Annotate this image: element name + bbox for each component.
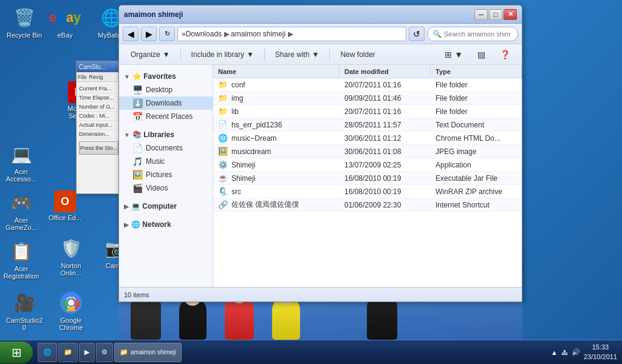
camstudio-row-5: Dimension... <box>79 130 118 139</box>
tray-show-hidden-icon[interactable]: ▲ <box>551 349 558 356</box>
table-row[interactable]: 🖼️ musicdream 30/06/2011 01:08 JPEG imag… <box>213 145 522 158</box>
path-sep-1: ▶ <box>224 30 230 38</box>
sidebar-videos-label: Videos <box>146 184 168 192</box>
desktop-icon-norton[interactable]: 🛡️ Norton Onlin... <box>50 234 92 279</box>
camstudio-window: CamStu... File Recig Current Fra... Time… <box>76 61 121 194</box>
taskbar-tray: ▲ 🖧 🔊 15:33 23/10/2011 <box>546 343 622 362</box>
refresh-button2[interactable]: ↺ <box>409 27 425 41</box>
table-row[interactable]: 🗜️ src 16/08/2010 00:19 WinRAR ZIP archi… <box>213 185 522 198</box>
sidebar-item-desktop[interactable]: 🖥️ Desktop <box>119 83 213 96</box>
new-folder-button[interactable]: New folder <box>333 47 381 62</box>
camstudio-body: Current Fra... Time Elapse... Number of … <box>77 82 121 157</box>
organize-button[interactable]: Organize ▼ <box>124 47 177 62</box>
taskbar-folder[interactable]: 📁 <box>58 343 78 362</box>
taskbar-explorer-active[interactable]: 📁 amaimon shimeji <box>114 343 182 362</box>
sidebar-item-downloads[interactable]: ⬇️ Downloads <box>119 96 213 110</box>
sidebar-libraries-header[interactable]: ▼ 📚 Libraries <box>119 128 213 141</box>
file-cell-name: ☕ Shimeji <box>213 172 340 184</box>
taskbar: ⊞ 🌐 📁 ▶ ⚙ 📁 amaimon shimeji <box>0 340 622 364</box>
desktop-icon-acer-accessories[interactable]: 💻 Acer Accesso... <box>0 140 43 185</box>
table-row[interactable]: ☕ Shimeji 16/08/2010 00:19 Executable Ja… <box>213 172 522 185</box>
taskbar-media[interactable]: ▶ <box>79 343 95 362</box>
desktop: 🗑️ Recycle Bin eBay eBay 🌐 MyBab... 💻 Ac… <box>0 0 622 364</box>
norton-icon: 🛡️ <box>59 236 83 260</box>
camstudio-stop-button[interactable]: Press the Sto... <box>79 141 118 155</box>
file-cell-name: 🖼️ musicdream <box>213 145 340 158</box>
sidebar-libraries-section: ▼ 📚 Libraries 📄 Documents 🎵 Music 🖼️ <box>119 128 213 195</box>
sidebar: ▼ ⭐ Favorites 🖥️ Desktop ⬇️ Downloads 📅 <box>119 65 213 287</box>
explorer-window: amaimon shimeji ─ □ ✕ ◀ ▶ ↻ » Downloads … <box>118 5 522 302</box>
col-type-header[interactable]: Type <box>431 65 522 78</box>
col-name-header[interactable]: Name <box>213 65 340 78</box>
file-cell-name: 🗜️ src <box>213 185 340 198</box>
taskbar-settings[interactable]: ⚙ <box>96 343 113 362</box>
col-date-header[interactable]: Date modified <box>340 65 431 78</box>
ebay-icon: eBay <box>53 5 77 30</box>
sidebar-computer-header[interactable]: ▶ 💻 Computer <box>119 200 213 213</box>
desktop-icon-chrome[interactable]: Google Chrome <box>50 288 92 334</box>
sidebar-item-pictures[interactable]: 🖼️ Pictures <box>119 168 213 181</box>
start-button[interactable]: ⊞ <box>0 342 33 363</box>
sidebar-item-music[interactable]: 🎵 Music <box>119 155 213 168</box>
camstudio-menu-file[interactable]: File <box>78 74 87 80</box>
file-type-icon: 🗜️ <box>218 187 228 197</box>
acer-registration-label: Acer Registration <box>2 265 40 280</box>
toolbar-sep-3 <box>329 49 330 61</box>
preview-pane-button[interactable]: ▤ <box>471 47 492 62</box>
taskbar-ie[interactable]: 🌐 <box>38 343 57 362</box>
taskbar-explorer-icon: 📁 <box>120 348 128 356</box>
file-name-text: Shimeji <box>231 161 255 169</box>
taskbar-folder-icon: 📁 <box>64 348 72 356</box>
sidebar-item-videos[interactable]: 🎬 Videos <box>119 181 213 195</box>
maximize-button[interactable]: □ <box>489 9 502 20</box>
taskbar-clock[interactable]: 15:33 23/10/2011 <box>584 343 617 362</box>
sidebar-network-header[interactable]: ▶ 🌐 Network <box>119 218 213 231</box>
search-input[interactable] <box>444 30 511 38</box>
desktop-icon-ebay[interactable]: eBay eBay <box>44 3 86 41</box>
desktop-icon-recycle-bin[interactable]: 🗑️ Recycle Bin <box>3 3 46 41</box>
music-nav-icon: 🎵 <box>132 157 142 166</box>
file-type-icon: 🔗 <box>218 200 228 210</box>
help-button[interactable]: ❓ <box>493 47 517 62</box>
minimize-button[interactable]: ─ <box>474 9 488 20</box>
forward-button[interactable]: ▶ <box>141 27 157 41</box>
refresh-button[interactable]: ↻ <box>159 27 175 41</box>
path-sep-2: ▶ <box>288 30 293 38</box>
sidebar-item-recent[interactable]: 📅 Recent Places <box>119 110 213 123</box>
close-button[interactable]: ✕ <box>504 9 517 20</box>
share-with-arrow: ▼ <box>312 50 320 59</box>
downloads-nav-icon: ⬇️ <box>132 98 142 108</box>
nav-bar: ◀ ▶ ↻ » Downloads ▶ amaimon shimeji ▶ ↺ … <box>119 24 522 44</box>
desktop-icon-acer-registration[interactable]: 📋 Acer Registration <box>0 237 43 282</box>
videos-nav-icon: 🎬 <box>132 183 142 193</box>
address-bar[interactable]: » Downloads ▶ amaimon shimeji ▶ <box>177 27 406 41</box>
table-row[interactable]: ⚙️ Shimeji 13/07/2009 02:25 Application <box>213 158 522 172</box>
sidebar-recent-label: Recent Places <box>146 112 193 121</box>
table-row[interactable]: 🔗 佐佐俟 億焉億佐億僕 01/06/2009 22:30 Internet S… <box>213 198 522 212</box>
anime-char-2 <box>179 297 207 340</box>
computer-nav-icon: 💻 <box>131 202 140 211</box>
chrome-label: Google Chrome <box>52 317 90 331</box>
sidebar-desktop-label: Desktop <box>146 86 173 94</box>
main-area: ▼ ⭐ Favorites 🖥️ Desktop ⬇️ Downloads 📅 <box>119 65 522 287</box>
sidebar-item-documents[interactable]: 📄 Documents <box>119 141 213 155</box>
table-row[interactable]: 📁 img 09/09/2011 01:46 File folder <box>213 92 522 105</box>
file-name-text: 佐佐俟 億焉億佐億僕 <box>231 200 299 210</box>
file-cell-date: 16/08/2010 00:19 <box>340 185 431 198</box>
organize-arrow: ▼ <box>163 50 170 59</box>
camstudio-menu-recig[interactable]: Recig <box>89 74 103 80</box>
table-row[interactable]: 📄 hs_err_pid1236 28/05/2011 11:57 Text D… <box>213 118 522 132</box>
back-button[interactable]: ◀ <box>123 27 138 41</box>
table-row[interactable]: 📁 lib 20/07/2011 01:16 File folder <box>213 105 522 118</box>
desktop-icon-acer-gamezone[interactable]: 🎮 Acer GameZo... <box>0 188 43 234</box>
sidebar-favorites-header[interactable]: ▼ ⭐ Favorites <box>119 70 213 83</box>
file-cell-type: Internet Shortcut <box>431 198 522 211</box>
file-cell-date: 09/09/2011 01:46 <box>340 92 431 104</box>
camstudio-row-4: Actual Input... <box>79 121 118 130</box>
table-row[interactable]: 🌐 music~Dream 30/06/2011 01:12 Chrome HT… <box>213 132 522 145</box>
include-library-button[interactable]: Include in library ▼ <box>185 47 261 62</box>
desktop-icon-camstudio[interactable]: 🎥 CamStudio20 <box>3 288 46 334</box>
view-options-button[interactable]: ⊞ ▼ <box>438 47 470 62</box>
table-row[interactable]: 📁 conf 20/07/2011 01:16 File folder <box>213 78 522 92</box>
share-with-button[interactable]: Share with ▼ <box>268 47 326 62</box>
